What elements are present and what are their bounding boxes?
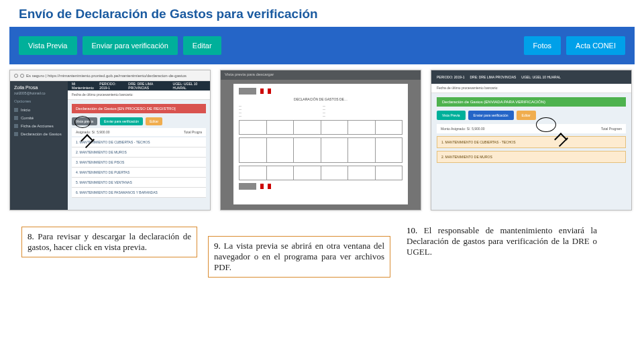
list-item[interactable]: 2. MANTENIMIENTO DE MUROS: [437, 151, 626, 163]
acta-conei-button[interactable]: Acta CONEI: [566, 36, 625, 55]
highlight-circle-icon: [74, 116, 91, 128]
enviar-small-button[interactable]: Enviar para verificación: [468, 111, 514, 120]
editar-small-button[interactable]: Editar: [146, 117, 162, 125]
url-text: Es seguro | https://mimantenimiento.pron…: [26, 74, 186, 78]
pdf-table: [239, 137, 402, 163]
list-item[interactable]: 2. MANTENIMIENTO DE MUROS: [72, 147, 206, 158]
sidebar-item-inicio[interactable]: Inicio: [14, 106, 64, 114]
list-item[interactable]: 4. MANTENIMIENTO DE PUERTAS: [72, 168, 206, 178]
sidebar-item-comite[interactable]: Comité: [14, 114, 64, 122]
caption-10: 10. El responsable de mantenimiento envi…: [401, 221, 602, 261]
header-bar: Mi Mantenimiento PERIODO: 2019-1 DRE: DR…: [68, 81, 210, 90]
fotos-button[interactable]: Fotos: [524, 36, 561, 55]
editar-small-button[interactable]: Editar: [517, 111, 536, 120]
editar-button[interactable]: Editar: [183, 36, 221, 55]
list-item[interactable]: 1. MANTENIMIENTO DE CUBIERTAS - TECHOS: [72, 137, 206, 147]
user-name: Zoila Prosa: [14, 85, 64, 90]
browser-urlbar: Es seguro | https://mimantenimiento.pron…: [10, 70, 210, 81]
pdf-table: [239, 166, 402, 180]
enviar-small-button[interactable]: Enviar para verificación: [100, 117, 143, 125]
screenshot-step-8: Es seguro | https://mimantenimiento.pron…: [9, 70, 211, 210]
pronied-logo-icon: [239, 183, 256, 190]
sidebar-item-declaracion[interactable]: Declaración de Gastos: [14, 130, 64, 138]
topbar: Vista Previa Enviar para verificación Ed…: [9, 27, 635, 64]
screenshot-step-9: Vista previa para descargar DECLARACIÓN …: [220, 70, 421, 210]
monto-row: Asignado: S/. 5,900.00 Total Progra: [72, 128, 206, 136]
peru-flag-icon: [260, 184, 271, 189]
sub-bar: Fecha de último procesamiento bancario:: [68, 90, 210, 100]
monto-row: Monto Asignado: S/. 5,900.00 Total Progr…: [437, 124, 626, 133]
sidebar-item-ficha[interactable]: Ficha de Acciones: [14, 122, 64, 130]
highlight-circle-icon: [536, 117, 556, 132]
status-badge: Declaración de Gastos (ENVIADA PARA VERI…: [437, 97, 626, 107]
enviar-verificacion-button[interactable]: Enviar para verificación: [83, 36, 178, 55]
pdf-page: DECLARACIÓN DE GASTOS DE… ———— ————: [233, 84, 408, 204]
list-item[interactable]: 3. MANTENIMIENTO DE PISOS: [72, 158, 206, 168]
list-item[interactable]: 1. MANTENIMIENTO DE CUBIERTAS - TECHOS: [437, 136, 626, 148]
captions-row: 8. Para revisar y descargar la declaraci…: [21, 227, 623, 278]
screenshot-row: Es seguro | https://mimantenimiento.pron…: [9, 70, 635, 210]
user-mail: zoil2005@hotmail.co: [14, 91, 64, 95]
list-item[interactable]: 5. MANTENIMIENTO DE VENTANAS: [72, 178, 206, 188]
caption-8: 8. Para revisar y descargar la declaraci…: [21, 227, 197, 257]
pronied-logo-icon: [239, 88, 256, 95]
screenshot-step-10: PERIODO: 2019-1 DRE: DRE LIMA PROVINCIAS…: [431, 70, 632, 210]
page-title: Envío de Declaración de Gastos para veri…: [0, 0, 644, 27]
vista-previa-button[interactable]: Vista Previa: [19, 36, 77, 55]
sidebar: Zoila Prosa zoil2005@hotmail.co Opciones…: [10, 81, 68, 210]
sub-bar: Fecha de último procesamiento bancario:: [431, 84, 631, 93]
list-item[interactable]: 6. MANTENIMIENTO DE PASAMANOS Y BARANDAS: [72, 188, 206, 198]
caption-9: 9. La vista previa se abrirá en otra ven…: [208, 236, 390, 278]
pdf-title: DECLARACIÓN DE GASTOS DE…: [239, 97, 402, 101]
pdf-table: [239, 120, 402, 135]
sidebar-opciones: Opciones: [14, 99, 64, 103]
vista-previa-small-button[interactable]: Vista Previa: [437, 111, 466, 120]
header-bar: PERIODO: 2019-1 DRE: DRE LIMA PROVINCIAS…: [431, 70, 631, 84]
peru-flag-icon: [260, 88, 271, 94]
pdf-toolbar: Vista previa para descargar: [221, 70, 421, 80]
status-badge: Declaración de Gastos [EN PROCESO DE REG…: [72, 104, 206, 113]
